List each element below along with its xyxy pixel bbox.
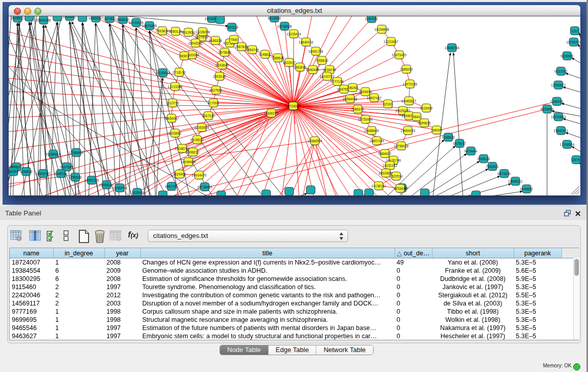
svg-text:6479197: 6479197 bbox=[453, 142, 466, 145]
svg-text:9474444: 9474444 bbox=[464, 149, 477, 153]
svg-text:2405572: 2405572 bbox=[11, 16, 24, 20]
svg-text:12093877: 12093877 bbox=[551, 83, 566, 87]
svg-text:3267110: 3267110 bbox=[202, 114, 215, 118]
svg-text:16543382: 16543382 bbox=[188, 41, 203, 45]
svg-text:62160: 62160 bbox=[383, 102, 393, 106]
svg-text:10688609: 10688609 bbox=[364, 129, 379, 133]
svg-text:9734078: 9734078 bbox=[323, 68, 336, 72]
svg-text:16671355: 16671355 bbox=[142, 24, 157, 28]
svg-text:7485063: 7485063 bbox=[400, 68, 413, 71]
svg-text:9997588: 9997588 bbox=[60, 165, 73, 169]
svg-text:7546: 7546 bbox=[230, 38, 238, 41]
svg-text:7955812: 7955812 bbox=[315, 59, 329, 62]
svg-text:13463627: 13463627 bbox=[402, 99, 417, 103]
svg-text:12942737: 12942737 bbox=[36, 172, 51, 176]
svg-text:1362615: 1362615 bbox=[293, 65, 307, 69]
svg-text:10653267: 10653267 bbox=[89, 16, 103, 20]
svg-text:9699695: 9699695 bbox=[418, 121, 431, 125]
svg-text:19654923: 19654923 bbox=[401, 129, 416, 133]
svg-text:1610755: 1610755 bbox=[166, 101, 179, 105]
svg-text:9227342: 9227342 bbox=[554, 70, 568, 73]
svg-text:6466160: 6466160 bbox=[116, 18, 129, 21]
svg-text:7357224: 7357224 bbox=[225, 26, 238, 29]
svg-text:16961758: 16961758 bbox=[309, 50, 323, 53]
svg-text:1322037: 1322037 bbox=[282, 61, 296, 64]
svg-text:3875645: 3875645 bbox=[218, 51, 231, 54]
svg-text:15751074: 15751074 bbox=[567, 40, 580, 44]
svg-text:13226058: 13226058 bbox=[195, 30, 210, 34]
svg-text:16914479: 16914479 bbox=[192, 173, 207, 177]
svg-text:2935114: 2935114 bbox=[477, 157, 490, 161]
svg-text:1916682: 1916682 bbox=[168, 132, 182, 135]
svg-text:9384067: 9384067 bbox=[378, 152, 391, 156]
svg-text:7663822: 7663822 bbox=[156, 29, 169, 33]
svg-text:10973493: 10973493 bbox=[392, 53, 407, 57]
svg-text:8578312: 8578312 bbox=[190, 138, 204, 142]
svg-text:10633267: 10633267 bbox=[62, 16, 77, 18]
svg-text:19958107: 19958107 bbox=[99, 183, 114, 187]
svg-text:7632621: 7632621 bbox=[486, 165, 499, 168]
svg-text:16154808: 16154808 bbox=[375, 28, 389, 31]
svg-text:20364436: 20364436 bbox=[343, 97, 358, 101]
svg-text:18724007: 18724007 bbox=[286, 104, 301, 108]
svg-text:1527602: 1527602 bbox=[103, 17, 116, 20]
svg-text:17359934: 17359934 bbox=[69, 151, 84, 155]
svg-text:1112: 1112 bbox=[571, 29, 578, 33]
svg-text:1156819: 1156819 bbox=[20, 170, 33, 173]
svg-text:9146821: 9146821 bbox=[258, 53, 272, 56]
svg-text:9338923: 9338923 bbox=[442, 136, 455, 139]
svg-text:5644: 5644 bbox=[413, 115, 421, 119]
svg-text:746266: 746266 bbox=[347, 86, 358, 90]
svg-text:17957225: 17957225 bbox=[84, 179, 99, 182]
svg-text:8660124: 8660124 bbox=[169, 30, 182, 33]
svg-text:13325419: 13325419 bbox=[287, 32, 301, 36]
svg-text:2803144: 2803144 bbox=[213, 75, 226, 78]
svg-text:39159: 39159 bbox=[9, 170, 18, 173]
svg-text:12213967: 12213967 bbox=[384, 40, 399, 43]
svg-text:126753: 126753 bbox=[571, 158, 580, 162]
svg-text:15692971: 15692971 bbox=[554, 129, 569, 133]
svg-text:10654112: 10654112 bbox=[508, 180, 523, 183]
svg-text:19654987: 19654987 bbox=[164, 117, 179, 120]
svg-text:8912954: 8912954 bbox=[182, 31, 195, 34]
svg-text:16210643: 16210643 bbox=[551, 115, 566, 119]
svg-text:7986372: 7986372 bbox=[351, 107, 364, 111]
svg-text:8427552: 8427552 bbox=[209, 89, 223, 92]
svg-text:417006: 417006 bbox=[208, 101, 219, 105]
svg-text:16099489: 16099489 bbox=[181, 160, 196, 164]
svg-text:9329966: 9329966 bbox=[560, 54, 574, 58]
svg-text:9115460: 9115460 bbox=[420, 106, 433, 110]
svg-text:18640910: 18640910 bbox=[299, 40, 314, 44]
svg-text:8498222: 8498222 bbox=[186, 150, 200, 154]
svg-text:8215958: 8215958 bbox=[540, 107, 554, 111]
svg-text:1733426: 1733426 bbox=[394, 187, 407, 190]
svg-text:9777169: 9777169 bbox=[331, 80, 344, 83]
svg-text:16151312: 16151312 bbox=[383, 164, 398, 167]
svg-text:1588520: 1588520 bbox=[271, 56, 285, 60]
svg-text:15718485: 15718485 bbox=[198, 185, 212, 189]
svg-text:1250518: 1250518 bbox=[69, 176, 82, 179]
svg-text:3824554: 3824554 bbox=[359, 90, 372, 94]
svg-text:18807249: 18807249 bbox=[369, 139, 384, 143]
svg-text:8471676: 8471676 bbox=[497, 172, 511, 176]
svg-text:16210722: 16210722 bbox=[320, 75, 335, 78]
svg-text:20691406: 20691406 bbox=[36, 18, 51, 22]
svg-text:1244415: 1244415 bbox=[550, 100, 563, 103]
svg-text:12353594: 12353594 bbox=[194, 126, 209, 129]
svg-text:15300275: 15300275 bbox=[264, 112, 279, 115]
svg-text:20153318: 20153318 bbox=[156, 71, 170, 75]
svg-text:8813054: 8813054 bbox=[268, 16, 281, 20]
svg-text:7625402: 7625402 bbox=[173, 172, 186, 176]
svg-text:1522514: 1522514 bbox=[389, 174, 403, 178]
svg-text:2087652: 2087652 bbox=[365, 17, 378, 20]
svg-text:16848784: 16848784 bbox=[445, 46, 460, 50]
svg-text:14136141: 14136141 bbox=[372, 184, 386, 188]
svg-text:16782759: 16782759 bbox=[113, 186, 127, 190]
svg-text:98901: 98901 bbox=[180, 54, 189, 58]
svg-text:9457791: 9457791 bbox=[165, 185, 178, 188]
svg-text:12023446: 12023446 bbox=[130, 191, 145, 194]
svg-text:8990448: 8990448 bbox=[306, 68, 319, 72]
svg-text:17016504: 17016504 bbox=[560, 143, 575, 146]
svg-text:15720407: 15720407 bbox=[358, 118, 373, 121]
svg-text:9242848: 9242848 bbox=[215, 63, 229, 67]
